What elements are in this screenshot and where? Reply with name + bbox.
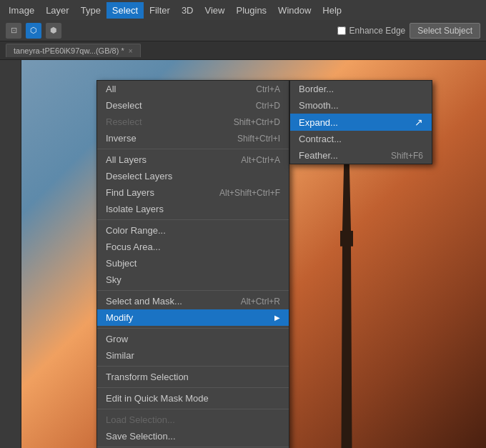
tab-close-icon[interactable]: × bbox=[129, 47, 133, 55]
document-tab[interactable]: taneyra-tPE60iK97qw...(GB/8) * × bbox=[6, 44, 141, 57]
menu-plugins[interactable]: Plugins bbox=[230, 2, 272, 19]
menu-item-load-selection: Load Selection... bbox=[97, 412, 289, 428]
enhance-edge-label: Enhance Edge bbox=[349, 26, 406, 36]
menu-item-inverse[interactable]: Inverse Shift+Ctrl+I bbox=[97, 130, 289, 146]
menu-window[interactable]: Window bbox=[272, 2, 317, 19]
menu-item-transform-selection[interactable]: Transform Selection bbox=[97, 369, 289, 385]
menu-item-reselect: Reselect Shift+Ctrl+D bbox=[97, 114, 289, 130]
toolbar: ⊡ ⬡ ⬢ Enhance Edge Select Subject bbox=[0, 20, 486, 41]
menu-item-find-layers[interactable]: Find Layers Alt+Shift+Ctrl+F bbox=[97, 184, 289, 201]
menu-3d[interactable]: 3D bbox=[176, 2, 199, 19]
menu-item-save-selection[interactable]: Save Selection... bbox=[97, 428, 289, 444]
menubar: Image Layer Type Select Filter 3D View P… bbox=[0, 0, 486, 20]
main-content: All Ctrl+A Deselect Ctrl+D Reselect Shif… bbox=[0, 60, 486, 448]
separator-8 bbox=[97, 447, 289, 447]
separator-6 bbox=[97, 387, 289, 388]
modify-submenu: Border... Smooth... Expand... ↗ Contract… bbox=[289, 80, 432, 164]
separator-5 bbox=[97, 366, 289, 367]
enhance-edge-container: Enhance Edge bbox=[337, 26, 406, 36]
submenu-item-expand[interactable]: Expand... ↗ bbox=[290, 114, 432, 131]
menu-filter[interactable]: Filter bbox=[144, 2, 176, 19]
submenu-item-border[interactable]: Border... bbox=[290, 81, 432, 97]
tabbar: taneyra-tPE60iK97qw...(GB/8) * × bbox=[0, 41, 486, 60]
tool-icon-2[interactable]: ⬡ bbox=[26, 23, 41, 39]
menu-layer[interactable]: Layer bbox=[40, 2, 75, 19]
menu-item-modify[interactable]: Modify ▶ bbox=[97, 309, 289, 326]
menu-item-grow[interactable]: Grow bbox=[97, 331, 289, 347]
select-subject-button[interactable]: Select Subject bbox=[410, 23, 480, 39]
separator-7 bbox=[97, 409, 289, 409]
separator-2 bbox=[97, 219, 289, 220]
menu-help[interactable]: Help bbox=[317, 2, 347, 19]
menu-item-subject[interactable]: Subject bbox=[97, 255, 289, 272]
menu-image[interactable]: Image bbox=[3, 2, 40, 19]
menu-item-color-range[interactable]: Color Range... bbox=[97, 222, 289, 239]
menu-item-deselect-layers[interactable]: Deselect Layers bbox=[97, 168, 289, 184]
tool-icon-1[interactable]: ⊡ bbox=[6, 23, 21, 39]
enhance-edge-checkbox[interactable] bbox=[337, 26, 346, 35]
menu-view[interactable]: View bbox=[199, 2, 231, 19]
tab-title: taneyra-tPE60iK97qw...(GB/8) * bbox=[14, 46, 124, 55]
menu-item-all[interactable]: All Ctrl+A bbox=[97, 81, 289, 97]
tower-decoration bbox=[336, 138, 357, 448]
menu-item-focus-area[interactable]: Focus Area... bbox=[97, 239, 289, 255]
menu-item-deselect[interactable]: Deselect Ctrl+D bbox=[97, 97, 289, 114]
submenu-item-smooth[interactable]: Smooth... bbox=[290, 97, 432, 114]
separator-4 bbox=[97, 328, 289, 329]
select-dropdown-menu: All Ctrl+A Deselect Ctrl+D Reselect Shif… bbox=[96, 80, 289, 448]
modify-arrow-icon: ▶ bbox=[274, 314, 280, 322]
submenu-item-contract[interactable]: Contract... bbox=[290, 131, 432, 147]
menu-item-quick-mask[interactable]: Edit in Quick Mask Mode bbox=[97, 390, 289, 407]
left-sidebar bbox=[0, 60, 21, 448]
menu-select[interactable]: Select bbox=[106, 2, 144, 19]
menu-item-sky[interactable]: Sky bbox=[97, 272, 289, 288]
menu-item-similar[interactable]: Similar bbox=[97, 347, 289, 364]
cursor-indicator: ↗ bbox=[415, 116, 423, 128]
menu-item-select-and-mask[interactable]: Select and Mask... Alt+Ctrl+R bbox=[97, 293, 289, 309]
separator-1 bbox=[97, 149, 289, 149]
menu-item-isolate-layers[interactable]: Isolate Layers bbox=[97, 201, 289, 217]
menu-item-all-layers[interactable]: All Layers Alt+Ctrl+A bbox=[97, 151, 289, 168]
submenu-item-feather[interactable]: Feather... Shift+F6 bbox=[290, 147, 432, 164]
separator-3 bbox=[97, 290, 289, 291]
menu-type[interactable]: Type bbox=[75, 2, 106, 19]
tool-icon-3[interactable]: ⬢ bbox=[46, 23, 61, 39]
